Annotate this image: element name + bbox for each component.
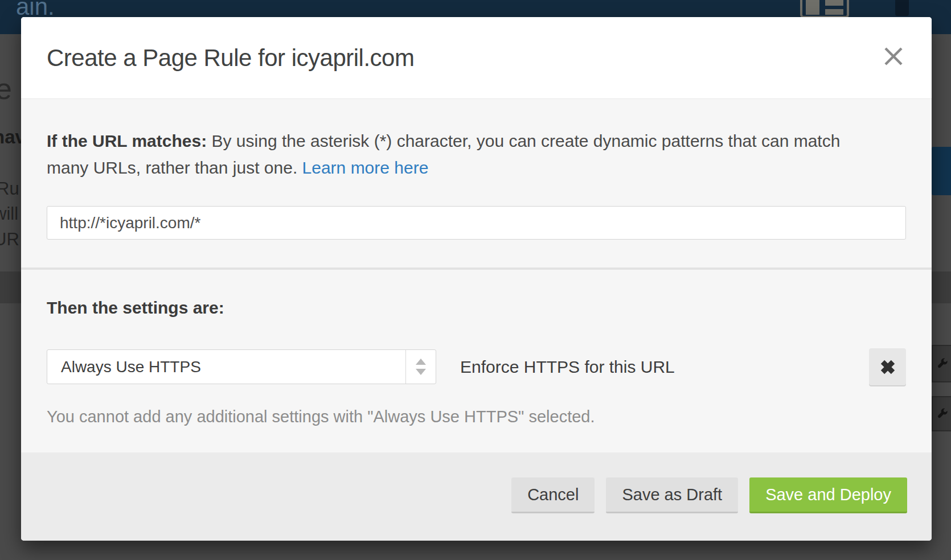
wrench-icon [936, 357, 949, 370]
remove-icon [879, 358, 897, 376]
phone-icon [895, 0, 909, 16]
background-text-fragment: will [0, 204, 18, 224]
dimmed-wrench-button [932, 396, 951, 431]
setting-row: Always Use HTTPS Enforce HTTPS for this … [47, 348, 906, 385]
url-match-label: If the URL matches: [47, 131, 207, 150]
select-spinner-icon [405, 350, 436, 384]
url-match-description: If the URL matches: By using the asteris… [47, 127, 906, 181]
url-pattern-input[interactable] [47, 206, 906, 240]
modal-header: Create a Page Rule for icyapril.com [21, 17, 932, 98]
close-icon [880, 43, 907, 69]
background-text-fragment: Ru [0, 179, 19, 199]
settings-note: You cannot add any additional settings w… [47, 407, 906, 426]
dimmed-button-fragment [932, 147, 951, 195]
settings-heading: Then the settings are: [47, 298, 906, 318]
dimmed-table-header-band [0, 271, 21, 303]
wrench-icon [936, 407, 949, 420]
arrow-up-icon [416, 359, 426, 365]
url-match-text-line1: By using the asterisk (*) character, you… [207, 131, 840, 150]
create-page-rule-modal: Create a Page Rule for icyapril.com If t… [21, 17, 932, 541]
setting-select-value: Always Use HTTPS [47, 350, 405, 384]
arrow-down-icon [416, 369, 426, 375]
remove-setting-button[interactable] [869, 348, 906, 385]
cancel-button[interactable]: Cancel [511, 477, 595, 513]
close-button[interactable] [880, 43, 907, 69]
layout-icon [800, 0, 849, 18]
dimmed-table-header-band [932, 271, 951, 303]
url-match-section: If the URL matches: By using the asteris… [21, 98, 932, 267]
background-text-fragment: e [0, 72, 12, 106]
setting-description: Enforce HTTPS for this URL [460, 357, 675, 377]
setting-select[interactable]: Always Use HTTPS [47, 349, 436, 384]
save-and-deploy-button[interactable]: Save and Deploy [749, 477, 907, 513]
modal-title: Create a Page Rule for icyapril.com [47, 44, 414, 72]
dimmed-wrench-button [932, 345, 951, 382]
url-match-text-line2: many URLs, rather than just one. [47, 158, 302, 177]
background-text-fragment: UR [0, 229, 19, 250]
settings-section: Then the settings are: Always Use HTTPS … [21, 267, 932, 452]
save-as-draft-button[interactable]: Save as Draft [606, 477, 738, 513]
modal-footer: Cancel Save as Draft Save and Deploy [21, 452, 932, 541]
learn-more-link[interactable]: Learn more here [302, 158, 429, 177]
